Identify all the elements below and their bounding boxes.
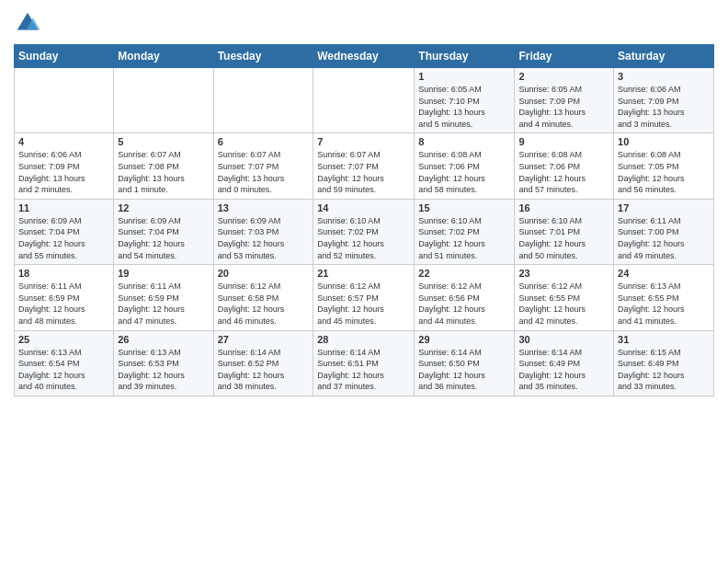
calendar-header-row: SundayMondayTuesdayWednesdayThursdayFrid…: [15, 45, 714, 68]
day-header-thursday: Thursday: [415, 45, 515, 68]
day-number: 15: [418, 202, 510, 213]
calendar-week-3: 18Sunrise: 6:11 AM Sunset: 6:59 PM Dayli…: [15, 265, 714, 330]
calendar-cell: [313, 68, 415, 133]
day-number: 25: [18, 334, 109, 345]
day-info: Sunrise: 6:07 AM Sunset: 7:08 PM Dayligh…: [118, 149, 209, 195]
calendar-cell: 12Sunrise: 6:09 AM Sunset: 7:04 PM Dayli…: [114, 199, 213, 264]
calendar-cell: 16Sunrise: 6:10 AM Sunset: 7:01 PM Dayli…: [515, 199, 614, 264]
day-info: Sunrise: 6:08 AM Sunset: 7:06 PM Dayligh…: [518, 149, 609, 195]
day-header-friday: Friday: [515, 45, 614, 68]
day-header-sunday: Sunday: [15, 45, 114, 68]
calendar-cell: 6Sunrise: 6:07 AM Sunset: 7:07 PM Daylig…: [213, 133, 313, 199]
calendar-cell: 13Sunrise: 6:09 AM Sunset: 7:03 PM Dayli…: [213, 199, 313, 264]
day-info: Sunrise: 6:11 AM Sunset: 6:59 PM Dayligh…: [18, 281, 109, 327]
day-number: 5: [118, 136, 209, 147]
day-number: 29: [418, 334, 510, 345]
calendar: SundayMondayTuesdayWednesdayThursdayFrid…: [14, 44, 714, 396]
day-info: Sunrise: 6:10 AM Sunset: 7:01 PM Dayligh…: [518, 215, 609, 261]
day-number: 30: [518, 334, 609, 345]
calendar-cell: 4Sunrise: 6:06 AM Sunset: 7:09 PM Daylig…: [15, 133, 114, 199]
day-info: Sunrise: 6:14 AM Sunset: 6:52 PM Dayligh…: [218, 347, 310, 393]
day-number: 1: [418, 71, 510, 82]
calendar-cell: 10Sunrise: 6:08 AM Sunset: 7:05 PM Dayli…: [614, 133, 714, 199]
day-number: 26: [118, 334, 209, 345]
day-info: Sunrise: 6:05 AM Sunset: 7:10 PM Dayligh…: [418, 84, 510, 130]
calendar-cell: 19Sunrise: 6:11 AM Sunset: 6:59 PM Dayli…: [114, 265, 213, 330]
calendar-cell: 31Sunrise: 6:15 AM Sunset: 6:49 PM Dayli…: [614, 330, 714, 396]
calendar-cell: 30Sunrise: 6:14 AM Sunset: 6:49 PM Dayli…: [515, 330, 614, 396]
calendar-cell: [213, 68, 313, 133]
calendar-cell: 29Sunrise: 6:14 AM Sunset: 6:50 PM Dayli…: [415, 330, 515, 396]
day-info: Sunrise: 6:10 AM Sunset: 7:02 PM Dayligh…: [317, 215, 410, 261]
day-number: 20: [218, 268, 310, 279]
day-number: 10: [618, 136, 710, 147]
day-number: 7: [317, 136, 410, 147]
calendar-cell: 2Sunrise: 6:05 AM Sunset: 7:09 PM Daylig…: [515, 68, 614, 133]
day-number: 16: [518, 202, 609, 213]
day-number: 13: [218, 202, 310, 213]
day-header-saturday: Saturday: [614, 45, 714, 68]
calendar-week-4: 25Sunrise: 6:13 AM Sunset: 6:54 PM Dayli…: [15, 330, 714, 396]
day-info: Sunrise: 6:11 AM Sunset: 6:59 PM Dayligh…: [118, 281, 209, 327]
page: SundayMondayTuesdayWednesdayThursdayFrid…: [0, 0, 728, 563]
day-header-wednesday: Wednesday: [313, 45, 415, 68]
calendar-cell: 15Sunrise: 6:10 AM Sunset: 7:02 PM Dayli…: [415, 199, 515, 264]
day-number: 18: [18, 268, 109, 279]
calendar-cell: [15, 68, 114, 133]
day-number: 17: [618, 202, 710, 213]
day-info: Sunrise: 6:12 AM Sunset: 6:57 PM Dayligh…: [317, 281, 410, 327]
day-number: 14: [317, 202, 410, 213]
day-info: Sunrise: 6:13 AM Sunset: 6:54 PM Dayligh…: [18, 347, 109, 393]
day-number: 23: [518, 268, 609, 279]
day-number: 27: [218, 334, 310, 345]
calendar-cell: 28Sunrise: 6:14 AM Sunset: 6:51 PM Dayli…: [313, 330, 415, 396]
header: [14, 9, 714, 37]
day-info: Sunrise: 6:11 AM Sunset: 7:00 PM Dayligh…: [618, 215, 710, 261]
day-number: 22: [418, 268, 510, 279]
calendar-cell: 21Sunrise: 6:12 AM Sunset: 6:57 PM Dayli…: [313, 265, 415, 330]
calendar-cell: 20Sunrise: 6:12 AM Sunset: 6:58 PM Dayli…: [213, 265, 313, 330]
calendar-cell: 18Sunrise: 6:11 AM Sunset: 6:59 PM Dayli…: [15, 265, 114, 330]
day-info: Sunrise: 6:05 AM Sunset: 7:09 PM Dayligh…: [518, 84, 609, 130]
day-info: Sunrise: 6:12 AM Sunset: 6:56 PM Dayligh…: [418, 281, 510, 327]
day-number: 4: [18, 136, 109, 147]
day-info: Sunrise: 6:08 AM Sunset: 7:05 PM Dayligh…: [618, 149, 710, 195]
day-info: Sunrise: 6:08 AM Sunset: 7:06 PM Dayligh…: [418, 149, 510, 195]
day-info: Sunrise: 6:09 AM Sunset: 7:04 PM Dayligh…: [18, 215, 109, 261]
calendar-cell: 11Sunrise: 6:09 AM Sunset: 7:04 PM Dayli…: [15, 199, 114, 264]
day-info: Sunrise: 6:09 AM Sunset: 7:04 PM Dayligh…: [118, 215, 209, 261]
calendar-cell: 26Sunrise: 6:13 AM Sunset: 6:53 PM Dayli…: [114, 330, 213, 396]
calendar-week-1: 4Sunrise: 6:06 AM Sunset: 7:09 PM Daylig…: [15, 133, 714, 199]
logo-icon: [14, 9, 41, 37]
day-header-tuesday: Tuesday: [213, 45, 313, 68]
day-info: Sunrise: 6:13 AM Sunset: 6:55 PM Dayligh…: [618, 281, 710, 327]
calendar-cell: 22Sunrise: 6:12 AM Sunset: 6:56 PM Dayli…: [415, 265, 515, 330]
day-info: Sunrise: 6:10 AM Sunset: 7:02 PM Dayligh…: [418, 215, 510, 261]
day-number: 28: [317, 334, 410, 345]
calendar-cell: [114, 68, 213, 133]
calendar-week-2: 11Sunrise: 6:09 AM Sunset: 7:04 PM Dayli…: [15, 199, 714, 264]
calendar-cell: 7Sunrise: 6:07 AM Sunset: 7:07 PM Daylig…: [313, 133, 415, 199]
calendar-cell: 14Sunrise: 6:10 AM Sunset: 7:02 PM Dayli…: [313, 199, 415, 264]
calendar-cell: 1Sunrise: 6:05 AM Sunset: 7:10 PM Daylig…: [415, 68, 515, 133]
day-number: 12: [118, 202, 209, 213]
day-number: 6: [218, 136, 310, 147]
day-info: Sunrise: 6:13 AM Sunset: 6:53 PM Dayligh…: [118, 347, 209, 393]
day-number: 9: [518, 136, 609, 147]
day-header-monday: Monday: [114, 45, 213, 68]
logo: [14, 9, 45, 37]
day-number: 24: [618, 268, 710, 279]
day-info: Sunrise: 6:14 AM Sunset: 6:51 PM Dayligh…: [317, 347, 410, 393]
calendar-cell: 5Sunrise: 6:07 AM Sunset: 7:08 PM Daylig…: [114, 133, 213, 199]
calendar-cell: 8Sunrise: 6:08 AM Sunset: 7:06 PM Daylig…: [415, 133, 515, 199]
calendar-cell: 17Sunrise: 6:11 AM Sunset: 7:00 PM Dayli…: [614, 199, 714, 264]
day-number: 11: [18, 202, 109, 213]
day-info: Sunrise: 6:06 AM Sunset: 7:09 PM Dayligh…: [18, 149, 109, 195]
day-number: 2: [518, 71, 609, 82]
calendar-week-0: 1Sunrise: 6:05 AM Sunset: 7:10 PM Daylig…: [15, 68, 714, 133]
day-info: Sunrise: 6:12 AM Sunset: 6:58 PM Dayligh…: [218, 281, 310, 327]
day-info: Sunrise: 6:07 AM Sunset: 7:07 PM Dayligh…: [317, 149, 410, 195]
day-number: 19: [118, 268, 209, 279]
day-number: 21: [317, 268, 410, 279]
calendar-cell: 25Sunrise: 6:13 AM Sunset: 6:54 PM Dayli…: [15, 330, 114, 396]
